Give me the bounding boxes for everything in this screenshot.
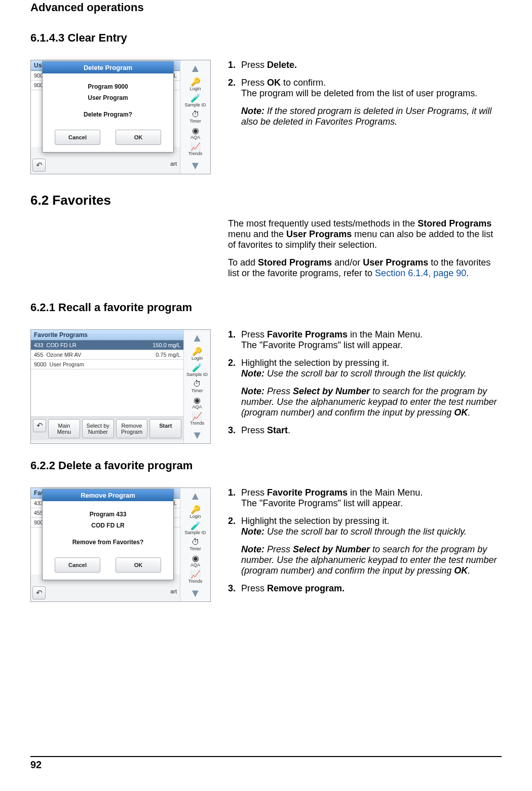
list-row[interactable]: 455 Ozone MR AV0.75 mg/L [31,350,183,360]
scroll-down-icon[interactable]: ▼ [185,429,209,442]
heading-622: 6.2.2 Delete a favorite program [30,459,502,472]
step-1-sub: The "Favorite Programs" list will appear… [241,498,502,509]
dialog-title: Delete Program [43,62,173,73]
sample-id-button[interactable]: 🧪Sample ID [183,522,208,535]
timer-icon: ⏱ [183,110,208,119]
step-2: 2.Press OK to confirm. The program will … [228,78,502,127]
cancel-button[interactable]: Cancel [55,130,100,145]
device-sidebar: ▲ 🔑Login 🧪Sample ID ⏱Timer ◉AQA 📈Trends … [180,60,210,174]
login-button[interactable]: 🔑Login [185,348,209,361]
aqa-button[interactable]: ◉AQA [185,396,209,409]
dialog-line: User Program [47,93,169,104]
screenshot-recall-favorite: Favorite Programs 433 COD FD LR150.0 mg/… [30,329,213,444]
heading-6143: 6.1.4.3 Clear Entry [30,31,502,45]
section-link[interactable]: Section 6.1.4, page 90 [375,268,466,278]
sample-icon: 🧪 [185,364,209,372]
step-1: 1.Press Favorite Programs in the Main Me… [228,487,502,509]
paragraph: The most frequently used tests/methods i… [228,218,502,250]
sample-icon: 🧪 [183,522,208,530]
scroll-up-icon[interactable]: ▲ [183,62,208,75]
trends-icon: 📈 [185,412,209,421]
remove-program-button[interactable]: Remove Program [116,419,148,438]
sample-icon: 🧪 [183,94,208,102]
timer-icon: ⏱ [183,538,208,546]
login-icon: 🔑 [185,348,209,356]
timer-icon: ⏱ [185,380,209,388]
note: Note: Press Select by Number to search f… [241,544,502,576]
heading-62: 6.2 Favorites [30,193,502,208]
dialog-line: Program 433 [47,509,169,520]
aqa-button[interactable]: ◉AQA [183,127,208,140]
cancel-button[interactable]: Cancel [55,557,100,573]
aqa-button[interactable]: ◉AQA [183,554,208,568]
trends-button[interactable]: 📈Trends [183,143,208,156]
step-1: 1.Press Delete. [228,60,502,70]
sample-id-button[interactable]: 🧪Sample ID [183,94,208,107]
timer-button[interactable]: ⏱Timer [185,380,209,393]
aqa-icon: ◉ [185,396,209,404]
list-row[interactable]: 433 COD FD LR150.0 mg/L [31,341,183,350]
timer-button[interactable]: ⏱Timer [183,110,208,124]
back-icon[interactable]: ↶ [33,419,46,432]
aqa-icon: ◉ [183,127,208,135]
note: Note: If the stored program is deleted i… [241,106,502,127]
main-menu-button[interactable]: Main Menu [48,419,80,438]
note: Note: Use the scroll bar to scroll throu… [241,368,502,379]
step-3: 3.Press Remove program. [228,583,502,594]
back-icon[interactable]: ↶ [32,586,46,599]
trends-button[interactable]: 📈Trends [185,412,209,426]
list-row[interactable]: 9000 User Program [31,360,183,369]
ok-button[interactable]: OK [116,557,161,573]
dialog-line: Program 9000 [47,82,169,93]
timer-button[interactable]: ⏱Timer [183,538,208,551]
screenshot-clear-entry: User Programs 9001mg/L 9000 Delete Progr… [30,60,213,174]
device-sidebar: ▲ 🔑Login 🧪Sample ID ⏱Timer ◉AQA 📈Trends … [183,330,210,443]
step-1-sub: The "Favorite Programs" list will appear… [241,340,502,351]
dialog-delete-program: Delete Program Program 9000 User Program… [42,61,174,153]
dialog-line: COD FD LR [47,520,169,532]
step-2: 2.Highlight the selection by pressing it… [228,358,502,418]
ok-button[interactable]: OK [116,130,161,145]
dialog-line: Remove from Favorites? [47,537,169,548]
login-icon: 🔑 [183,506,208,514]
back-icon[interactable]: ↶ [32,159,46,172]
note: Note: Press Select by Number to search f… [241,386,502,418]
paragraph: To add Stored Programs and/or User Progr… [228,257,502,279]
page-number: 92 [30,756,502,771]
trends-button[interactable]: 📈Trends [183,571,208,584]
note: Note: Use the scroll bar to scroll throu… [241,526,502,537]
trends-icon: 📈 [183,143,208,151]
login-button[interactable]: 🔑Login [183,78,208,91]
scroll-up-icon[interactable]: ▲ [185,331,209,345]
step-2-sub: The program will be deleted from the lis… [241,88,502,99]
dialog-title: Remove Program [43,489,173,501]
page-header: Advanced operations [30,0,502,16]
device-sidebar: ▲ 🔑Login 🧪Sample ID ⏱Timer ◉AQA 📈Trends … [180,488,210,601]
dialog-remove-program: Remove Program Program 433 COD FD LR Rem… [42,489,174,580]
login-icon: 🔑 [183,78,208,86]
step-3: 3.Press Start. [228,425,502,436]
dialog-line: Delete Program? [47,109,169,121]
sample-id-button[interactable]: 🧪Sample ID [185,364,209,377]
trends-icon: 📈 [183,571,208,579]
screenshot-delete-favorite: Favorite Programs 433mg/L 455 9000 Remov… [30,487,213,602]
scroll-down-icon[interactable]: ▼ [183,159,208,172]
scroll-down-icon[interactable]: ▼ [183,587,208,600]
step-1: 1.Press Favorite Programs in the Main Me… [228,329,502,351]
start-button[interactable]: Start [149,419,181,438]
login-button[interactable]: 🔑Login [183,506,208,519]
heading-621: 6.2.1 Recall a favorite program [30,301,502,314]
step-2: 2.Highlight the selection by pressing it… [228,516,502,576]
screen-title: Favorite Programs [31,330,183,341]
bottom-text: art [170,588,177,594]
aqa-icon: ◉ [183,554,208,562]
bottom-text: art [170,161,177,167]
select-by-number-button[interactable]: Select by Number [82,419,114,438]
scroll-up-icon[interactable]: ▲ [183,489,208,503]
